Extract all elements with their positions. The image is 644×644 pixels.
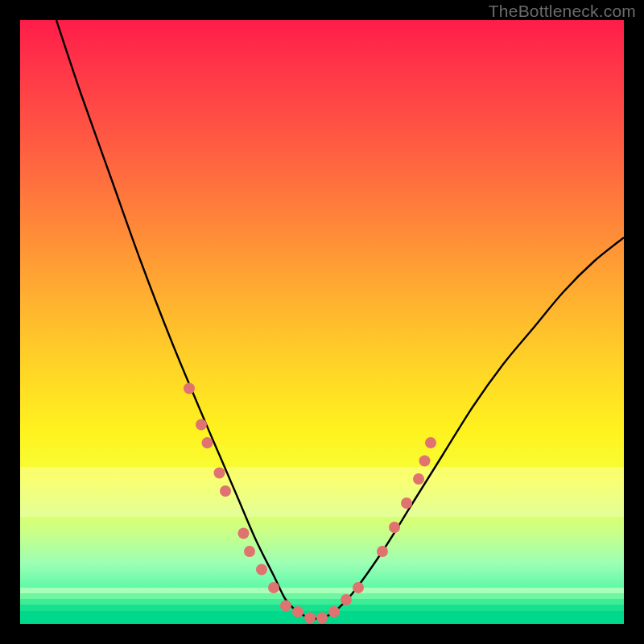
data-point (238, 528, 250, 539)
data-point (377, 546, 388, 557)
data-point (419, 456, 431, 467)
bottleneck-curve (56, 20, 624, 618)
green-stripe-4 (20, 605, 624, 611)
green-stripe-5 (20, 611, 624, 624)
data-point (244, 546, 255, 557)
plot-area (20, 20, 624, 624)
data-point (196, 419, 207, 431)
data-point (389, 522, 400, 533)
data-point (202, 437, 213, 448)
watermark-text: TheBottleneck.com (489, 2, 636, 21)
chart-frame: TheBottleneck.com (0, 0, 644, 644)
data-point (256, 564, 267, 576)
green-stripe-1 (20, 588, 624, 593)
green-stripe-3 (20, 599, 624, 605)
data-point (184, 383, 195, 394)
curve-layer (20, 20, 624, 624)
pale-horizontal-band (20, 467, 624, 517)
data-point (425, 437, 436, 448)
green-stripe-2 (20, 593, 624, 599)
